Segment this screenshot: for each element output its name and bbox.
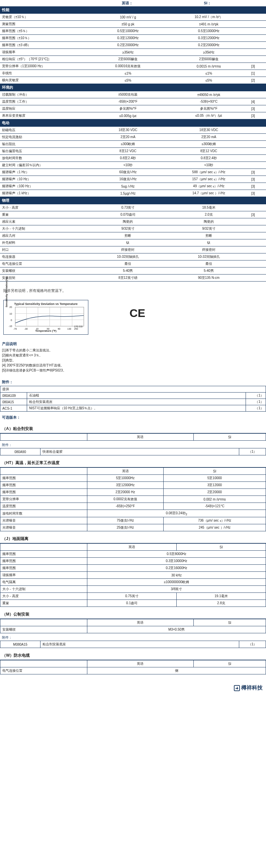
- opt-ht-head: （HT）高温，延长正常工作温度: [0, 456, 266, 467]
- optional-versions-heading: 可选版本：: [0, 412, 266, 421]
- product-notes-heading: 产品说明: [0, 338, 266, 348]
- footer-logo: 樽祥科技: [0, 674, 266, 695]
- opt-a-table: 英语SI: [0, 433, 266, 441]
- opt-a-head: （A）粘合剂安装: [0, 421, 266, 433]
- logo-icon: [234, 685, 240, 691]
- room-temp-note: 除非另有说明，所有规格均在室温下。: [0, 282, 266, 297]
- opt-m-acc: M080A15粘合剂安装底座（1）: [0, 641, 266, 648]
- opt-m-head: （M）公制安装: [0, 607, 266, 619]
- sensitivity-chart: Typical Sensitivity Deviation vs Tempera…: [3, 300, 88, 335]
- ce-mark-icon: CE: [129, 307, 145, 320]
- chart-xlabel: Temperature (°F): [6, 329, 86, 332]
- opt-m-table: 英语SI安装螺纹M3×0.50男: [0, 619, 266, 633]
- col-si: SI：: [167, 0, 247, 6]
- opt-w-table: 英语SI电气连接位置侧: [0, 660, 266, 674]
- col-en: 英语：: [87, 0, 167, 6]
- product-notes: [1]基于零点的最小二乘法直线法。[2]横向灵敏度通常<= 3％。[3]典型。[…: [0, 348, 266, 376]
- accessories-heading: 附件：: [0, 376, 266, 386]
- opt-j-head: （J）地面隔离: [0, 531, 266, 543]
- accessories-table: 提供 080A109石油蜡（1）080A15粘合剂安装底座（1）ACS-1NIS…: [0, 386, 266, 412]
- opt-a-acc: 080A90快速粘合凝胶（1）: [0, 448, 266, 456]
- spec-table: 英语：SI：: [0, 0, 266, 6]
- opt-ht-table: 英语SI频率范围5至10000Hz5至10000频率范围3至12000Hz3至1…: [0, 467, 266, 531]
- chart-ylabel: Sensitivity Deviation(%): [5, 277, 8, 307]
- chart-title: Typical Sensitivity Deviation vs Tempera…: [6, 302, 86, 306]
- opt-w-head: （W）防水电缆: [0, 648, 266, 660]
- opt-j-table: 英语SI频率范围0.5至8000Hz频率范围0.3至10000Hz频率范围0.2…: [0, 543, 266, 607]
